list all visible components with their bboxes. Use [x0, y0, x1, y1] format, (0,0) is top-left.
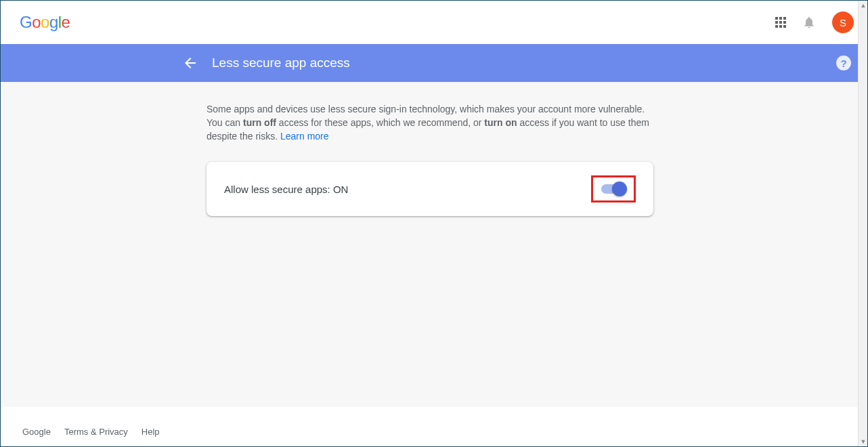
setting-card: Allow less secure apps: ON [207, 162, 653, 216]
allow-less-secure-toggle[interactable] [601, 184, 626, 194]
notifications-icon[interactable] [801, 14, 817, 30]
footer-links: Google Terms & Privacy Help [22, 427, 160, 437]
help-icon[interactable]: ? [836, 56, 851, 70]
toggle-knob-icon [612, 182, 627, 196]
top-right-controls: S [775, 12, 854, 33]
scroll-up-icon[interactable]: ▲ [859, 1, 868, 10]
page-title: Less secure app access [212, 56, 350, 70]
footer-help-link[interactable]: Help [142, 427, 160, 437]
scrollbar[interactable]: ▲ ▼ [858, 1, 867, 446]
top-header: Google S [1, 1, 867, 44]
scroll-down-icon[interactable]: ▼ [859, 437, 868, 446]
learn-more-link[interactable]: Learn more [280, 131, 329, 142]
avatar[interactable]: S [832, 12, 854, 33]
description-text: Some apps and devices use less secure si… [207, 102, 653, 143]
content-area: Some apps and devices use less secure si… [1, 82, 867, 407]
google-logo[interactable]: Google [20, 13, 70, 32]
back-arrow-icon[interactable] [177, 49, 204, 77]
page-title-bar: Less secure app access ? [1, 44, 867, 82]
highlight-annotation [591, 175, 636, 203]
footer-terms-link[interactable]: Terms & Privacy [64, 427, 128, 437]
footer-google-link[interactable]: Google [22, 427, 51, 437]
toggle-label: Allow less secure apps: ON [224, 184, 348, 195]
apps-icon[interactable] [775, 17, 786, 28]
